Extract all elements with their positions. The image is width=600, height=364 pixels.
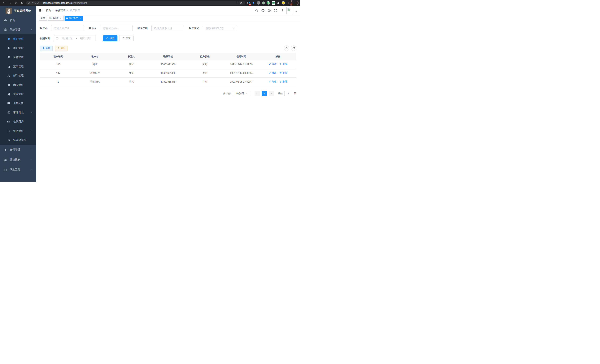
browser-back-button[interactable] [2,1,7,5]
header-search-icon[interactable] [253,7,260,14]
avatar-caret-down-icon[interactable] [295,10,297,13]
browser-forward-button[interactable] [8,1,13,5]
sidebar-item-online-users[interactable]: 在线用户 [0,117,36,126]
url-domain: dashboard.yudao.iocoder.cn [43,2,72,4]
breadcrumb-system[interactable]: 系统管理 [55,9,66,12]
col-contact: 联系人 [113,53,150,60]
show-search-toggle-button[interactable] [284,46,289,51]
add-button[interactable]: 新增 [40,46,53,51]
sidebar-item-error-code[interactable]: 错误码管理 [0,136,36,145]
chevron-down-icon [30,149,33,151]
extension-chat-icon[interactable] [272,1,275,5]
security-label: 不安全 [32,1,39,4]
pagination: 共 3 条 10条/页 1 前往 页 [40,91,296,96]
sidebar-item-tenant[interactable]: 租户管理 [0,34,36,44]
tab-close-icon[interactable] [79,17,81,19]
sidebar-item-roles[interactable]: 角色管理 [0,53,36,62]
tags-view-bar: 首页 部门管理 租户管理 [36,15,300,21]
browser-update-button[interactable]: 更新 [288,1,299,5]
date-range-picker[interactable]: 开始日期 - 结束日期 [54,35,96,41]
delete-link[interactable]: 删除 [279,63,287,66]
start-date-placeholder: 开始日期 [59,37,75,40]
extension-record-icon[interactable] [262,1,265,5]
sidebar-item-dev-tools[interactable]: 研发工具 [0,165,36,175]
online-broadcast-icon [7,120,10,123]
filter-contact: 联系人 [89,25,133,31]
sidebar-menu: 首页 系统管理 租户管理 用户管理 角色管理 [0,16,36,175]
org-tree-icon [7,74,10,77]
sidebar-item-posts[interactable]: 岗位管理 [0,80,36,90]
post-badge-icon [7,83,10,86]
sidebar-item-sms[interactable]: 短信管理 [0,126,36,136]
edit-link[interactable]: 修改 [268,63,276,66]
extension-command-icon[interactable] [257,1,260,5]
edit-log-icon [7,111,10,114]
sidebar-logo[interactable]: 芋道管理系统 [0,6,36,16]
status-select[interactable] [203,25,236,31]
chevron-up-icon [30,28,33,31]
extension-emoji-icon[interactable] [282,1,285,5]
sidebar-item-audit-log[interactable]: 审计日志 [0,108,36,117]
share-icon[interactable] [235,1,239,5]
reset-button[interactable]: 重置 [119,35,134,41]
github-icon[interactable] [260,7,266,14]
browser-menu-icon[interactable] [295,1,298,4]
plus-icon [42,47,45,49]
user-avatar[interactable] [286,7,294,14]
extension-y-icon[interactable] [267,1,270,5]
dictionary-icon [7,93,10,96]
delete-link[interactable]: 删除 [279,80,287,83]
browser-reload-button[interactable] [14,1,19,5]
export-button[interactable]: 导出 [55,46,68,51]
tree-table-icon [7,65,10,68]
delete-link[interactable]: 删除 [279,71,287,75]
page-content: 租户名 联系人 联系手机 租户状态 [36,21,300,182]
page-size-select[interactable]: 10条/页 [233,91,251,96]
sidebar-item-departments[interactable]: 部门管理 [0,71,36,80]
help-icon[interactable] [266,7,272,14]
contact-input[interactable] [100,25,133,31]
page-number-1[interactable]: 1 [262,91,267,96]
code-icon [7,139,10,142]
col-mobile: 联系手机 [150,53,186,60]
tab-department[interactable]: 部门管理 [48,16,64,21]
browser-home-button[interactable] [20,1,24,5]
sidebar-item-system[interactable]: 系统管理 [0,25,36,34]
sidebar-item-notice[interactable]: 通知公告 [0,99,36,108]
tab-home[interactable]: 首页 [39,16,47,21]
edit-link[interactable]: 修改 [268,80,276,83]
site-security-indicator[interactable]: 不安全 [28,1,39,4]
font-size-icon[interactable] [279,7,285,14]
prev-page-button[interactable] [254,91,260,96]
tab-close-icon[interactable] [59,17,62,19]
breadcrumb-home[interactable]: 首页 [46,9,51,12]
extension-tabs-icon[interactable]: 10 [247,1,251,5]
sidebar-item-dict[interactable]: 字典管理 [0,90,36,99]
jump-prefix: 前往 [278,92,283,95]
next-page-button[interactable] [269,91,274,96]
sidebar-collapse-icon[interactable] [39,9,43,12]
sidebar-item-infrastructure[interactable]: 基础设施 [0,155,36,165]
fullscreen-icon[interactable] [272,7,279,14]
refresh-table-button[interactable] [291,46,296,51]
monitor-icon [4,158,7,161]
chevron-left-icon [256,92,258,95]
sidebar-item-payment[interactable]: 支付管理 [0,145,36,155]
mobile-input[interactable] [151,25,184,31]
filter-create-time: 创建时间 开始日期 - 结束日期 [40,35,96,41]
jump-suffix: 页 [294,92,296,95]
chevron-down-icon [30,169,33,171]
sidebar-item-users[interactable]: 用户管理 [0,44,36,53]
edit-link[interactable]: 修改 [268,71,276,75]
extension-kite-icon[interactable] [252,1,255,5]
message-icon [7,102,10,105]
tenant-name-input[interactable] [51,25,84,31]
jump-page-input[interactable] [284,91,292,96]
tab-tenant[interactable]: 租户管理 [65,16,83,21]
bookmark-star-icon[interactable] [239,1,243,5]
search-button[interactable]: 搜索 [103,35,117,41]
address-bar[interactable]: 不安全 dashboard.yudao.iocoder.cn/system/te… [26,1,245,5]
extensions-puzzle-icon[interactable] [277,1,280,5]
sidebar-item-home[interactable]: 首页 [0,16,36,25]
sidebar-item-menus[interactable]: 菜单管理 [0,62,36,71]
